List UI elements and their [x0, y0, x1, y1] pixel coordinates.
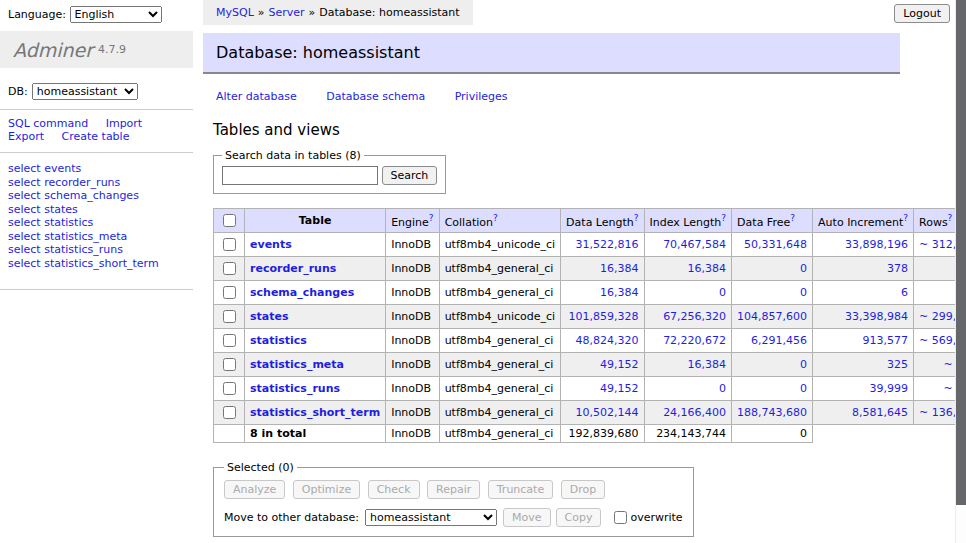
search-button[interactable]: Search [382, 166, 438, 185]
row-checkbox[interactable] [223, 262, 236, 275]
repair-button[interactable]: Repair [427, 480, 480, 499]
data-free-link[interactable]: 188,743,680 [737, 406, 807, 419]
logout-button[interactable]: Logout [894, 4, 950, 23]
help-link[interactable]: ? [948, 213, 953, 223]
truncate-button[interactable]: Truncate [488, 480, 553, 499]
row-checkbox[interactable] [223, 334, 236, 347]
data-length-link[interactable]: 16,384 [600, 286, 639, 299]
sidebar-item-select-states[interactable]: select states [8, 203, 193, 217]
data-free-link[interactable]: 0 [800, 286, 807, 299]
row-checkbox[interactable] [223, 238, 236, 251]
help-link[interactable]: ? [721, 213, 726, 223]
help-link[interactable]: ? [903, 213, 908, 223]
index-length-link[interactable]: 16,384 [688, 358, 727, 371]
drop-button[interactable]: Drop [561, 480, 605, 499]
breadcrumb-current: Database: homeassistant [319, 6, 459, 19]
row-checkbox[interactable] [223, 406, 236, 419]
db-select[interactable]: homeassistant [32, 83, 138, 100]
sidebar-item-select-statistics-meta[interactable]: select statistics_meta [8, 230, 193, 244]
engine-cell: InnoDB [386, 401, 439, 425]
collation-cell: utf8mb4_unicode_ci [439, 305, 560, 329]
data-free-link[interactable]: 104,857,600 [737, 310, 807, 323]
breadcrumb-mysql-link[interactable]: MySQL [216, 6, 254, 19]
data-length-link[interactable]: 49,152 [600, 358, 639, 371]
collation-cell: utf8mb4_general_ci [439, 425, 560, 443]
optimize-button[interactable]: Optimize [293, 480, 360, 499]
index-length-link[interactable]: 0 [719, 286, 726, 299]
divider [0, 289, 193, 290]
index-length-link[interactable]: 0 [719, 382, 726, 395]
total-label: 8 in total [245, 425, 386, 443]
table-name-link[interactable]: statistics_runs [250, 382, 340, 395]
row-checkbox[interactable] [223, 382, 236, 395]
breadcrumb-server-link[interactable]: Server [269, 6, 305, 19]
data-length-link[interactable]: 31,522,816 [576, 238, 639, 251]
table-name-link[interactable]: statistics_meta [250, 358, 344, 371]
vertical-scrollbar[interactable] [955, 0, 966, 543]
index-length-link[interactable]: 24,166,400 [663, 406, 726, 419]
database-schema-link[interactable]: Database schema [326, 90, 425, 103]
language-select[interactable]: English [70, 6, 162, 23]
column-header-table: Table [245, 209, 386, 233]
copy-button[interactable]: Copy [556, 508, 602, 527]
table-name-link[interactable]: schema_changes [250, 286, 354, 299]
auto-increment-link[interactable]: 33,898,196 [845, 238, 908, 251]
app-name: Adminer [13, 39, 93, 61]
sidebar-item-select-events[interactable]: select events [8, 162, 193, 176]
auto-increment-link[interactable]: 325 [887, 358, 908, 371]
table-name-link[interactable]: states [250, 310, 289, 323]
help-link[interactable]: ? [429, 213, 434, 223]
help-link[interactable]: ? [493, 213, 498, 223]
data-free-link[interactable]: 6,291,456 [751, 334, 807, 347]
auto-increment-link[interactable]: 6 [901, 286, 908, 299]
auto-increment-link[interactable]: 8,581,645 [852, 406, 908, 419]
sidebar-item-select-schema-changes[interactable]: select schema_changes [8, 189, 193, 203]
table-name-link[interactable]: statistics_short_term [250, 406, 380, 419]
index-length-link[interactable]: 16,384 [688, 262, 727, 275]
data-free-link[interactable]: 50,331,648 [744, 238, 807, 251]
index-length-link[interactable]: 70,467,584 [663, 238, 726, 251]
sidebar-link-create-table[interactable]: Create table [62, 130, 130, 143]
row-checkbox[interactable] [223, 286, 236, 299]
sidebar-item-select-recorder-runs[interactable]: select recorder_runs [8, 176, 193, 190]
table-row: statistics_meta InnoDB utf8mb4_general_c… [214, 353, 966, 377]
sidebar-item-select-statistics[interactable]: select statistics [8, 216, 193, 230]
index-length-link[interactable]: 72,220,672 [663, 334, 726, 347]
help-link[interactable]: ? [634, 213, 639, 223]
table-name-link[interactable]: events [250, 238, 292, 251]
auto-increment-link[interactable]: 378 [887, 262, 908, 275]
move-db-select[interactable]: homeassistant [365, 509, 497, 526]
help-link[interactable]: ? [790, 213, 795, 223]
auto-increment-link[interactable]: 39,999 [870, 382, 909, 395]
analyze-button[interactable]: Analyze [224, 480, 285, 499]
sidebar-link-export[interactable]: Export [8, 130, 44, 143]
data-length-link[interactable]: 10,502,144 [576, 406, 639, 419]
scrollbar-thumb[interactable] [956, 0, 966, 505]
sidebar-link-import[interactable]: Import [106, 117, 143, 130]
data-length-link[interactable]: 49,152 [600, 382, 639, 395]
data-length-link[interactable]: 16,384 [600, 262, 639, 275]
data-length-link[interactable]: 101,859,328 [569, 310, 639, 323]
table-name-link[interactable]: recorder_runs [250, 262, 336, 275]
alter-database-link[interactable]: Alter database [216, 90, 297, 103]
move-button[interactable]: Move [503, 508, 551, 527]
engine-cell: InnoDB [386, 233, 439, 257]
auto-increment-link[interactable]: 913,577 [863, 334, 909, 347]
data-free-link[interactable]: 0 [800, 358, 807, 371]
table-name-link[interactable]: statistics [250, 334, 307, 347]
search-input[interactable] [222, 166, 378, 185]
index-length-link[interactable]: 67,256,320 [663, 310, 726, 323]
auto-increment-link[interactable]: 33,398,984 [845, 310, 908, 323]
data-length-link[interactable]: 48,824,320 [576, 334, 639, 347]
select-all-checkbox[interactable] [223, 214, 236, 227]
row-checkbox[interactable] [223, 358, 236, 371]
sidebar-link-sql-command[interactable]: SQL command [8, 117, 88, 130]
overwrite-checkbox[interactable] [614, 511, 627, 524]
sidebar-item-select-statistics-short-term[interactable]: select statistics_short_term [8, 257, 193, 271]
privileges-link[interactable]: Privileges [455, 90, 508, 103]
data-free-link[interactable]: 0 [800, 262, 807, 275]
row-checkbox[interactable] [223, 310, 236, 323]
check-button[interactable]: Check [368, 480, 420, 499]
sidebar-item-select-statistics-runs[interactable]: select statistics_runs [8, 243, 193, 257]
data-free-link[interactable]: 0 [800, 382, 807, 395]
